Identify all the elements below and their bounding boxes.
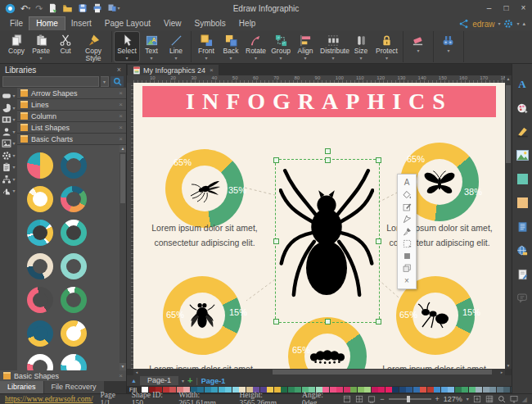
float-close-button[interactable]: × [401,275,413,286]
library-category-gallery-button[interactable]: ▾ [2,115,15,125]
library-grid-scrollbar[interactable]: ▲ ▼ [119,145,126,370]
front-button[interactable]: Front▾ [194,32,219,61]
rotate-button[interactable]: Rotate▾ [243,32,268,61]
selection-handle[interactable] [273,319,279,325]
close-button[interactable]: × [515,1,532,16]
find-button[interactable]: ▾ [436,32,461,54]
chart-shape-thumbnail[interactable] [27,152,53,179]
select-button[interactable]: Select▾ [115,32,139,61]
float-marquee-button[interactable] [401,238,413,249]
add-page-button[interactable]: + [187,376,192,385]
color-swatch[interactable] [448,387,454,393]
chart-shape-thumbnail[interactable] [61,152,87,179]
library-close-icon[interactable]: × [119,135,123,143]
dock-task-button[interactable] [515,267,530,281]
distribute-button[interactable]: Distribute▾ [318,32,349,61]
color-swatch[interactable] [497,387,503,393]
dock-clipart-button[interactable] [515,148,530,162]
chart-shape-thumbnail[interactable] [27,253,53,279]
scroll-right-icon[interactable]: ▸ [498,369,505,375]
save-button[interactable] [76,2,89,15]
chart-shape-thumbnail[interactable] [27,220,53,246]
presentation-view-icon[interactable] [367,395,376,403]
chart-shape-thumbnail[interactable] [27,320,53,347]
back-button[interactable]: Back▾ [219,32,243,61]
collapse-ribbon-icon[interactable]: ▴ [522,21,525,26]
color-swatch[interactable] [483,387,489,393]
scroll-left-icon[interactable]: ◂ [133,369,140,375]
eraser-button[interactable]: ▾ [406,32,431,54]
document-tab-close-icon[interactable]: × [210,66,214,74]
color-swatch[interactable] [378,387,385,393]
scrollbar-thumb[interactable] [120,154,125,203]
canvas-page[interactable]: INFOGRAPHICS [133,83,505,369]
fullscreen-icon[interactable] [510,395,518,403]
search-button[interactable] [110,76,124,87]
text-button[interactable]: AText▾ [139,32,164,61]
selection-handle[interactable] [273,157,279,163]
color-swatch[interactable] [372,387,378,393]
color-swatch[interactable] [406,387,413,393]
document-tab[interactable]: My Infographics 24 × [128,65,219,75]
color-swatch[interactable] [399,387,406,393]
dock-note-button[interactable] [515,220,530,234]
page-tab-dropdown-icon[interactable]: ▾ [182,379,184,384]
chart-shape-thumbnail[interactable] [61,220,87,246]
color-swatch[interactable] [344,387,350,393]
open-file-button[interactable] [61,2,74,15]
color-swatch[interactable] [232,387,239,393]
library-item-lines[interactable]: Lines× [17,99,126,110]
dock-theme-color-button[interactable] [515,101,530,115]
library-item-basic-charts[interactable]: Basic Charts× [17,134,126,144]
zoom-fit-icon[interactable] [498,395,506,403]
zoom-slider[interactable] [389,398,431,400]
menu-tab-page-layout[interactable]: Page Layout [98,17,157,30]
copy-style-button[interactable]: Copy Style [78,32,109,63]
library-category-shapes-button[interactable]: ▾ [2,91,15,101]
float-duplicate-button[interactable] [401,263,413,274]
selection-handle[interactable] [376,319,381,325]
print-button[interactable] [91,2,104,15]
color-swatch[interactable] [441,387,448,393]
resize-grip[interactable]: ◢ [522,396,527,403]
new-file-button[interactable] [46,2,59,15]
color-swatch[interactable] [503,387,510,393]
dock-hyperlink-button[interactable] [515,243,530,257]
menu-tab-insert[interactable]: Insert [65,17,98,30]
float-text-button[interactable]: A [401,177,413,188]
normal-view-icon[interactable] [343,395,351,403]
zoom-dropdown-icon[interactable]: ▾ [467,397,469,402]
chart-shape-thumbnail[interactable] [61,354,87,370]
chart-shape-thumbnail[interactable] [61,287,87,313]
color-swatch[interactable] [455,387,462,393]
caption-text-mosquito[interactable]: Lorem ipsum dolor sit amet, consectetur … [133,220,282,250]
library-search-input[interactable] [2,76,99,87]
maximize-button[interactable]: □ [498,1,515,16]
libraries-close-icon[interactable]: × [117,66,121,74]
float-brush-button[interactable] [401,226,413,237]
sidebar-tab-libraries[interactable]: Libraries [0,381,43,393]
chart-shape-thumbnail[interactable] [61,320,87,347]
chart-shape-thumbnail[interactable] [27,354,53,370]
dock-comment-button[interactable] [515,291,530,305]
color-swatch[interactable] [462,387,468,393]
color-swatch[interactable] [336,387,343,393]
scrollbar-thumb[interactable] [273,370,492,374]
scrollbar-thumb[interactable] [506,85,511,163]
collapse-pagebar-icon[interactable]: ▲ [131,378,137,384]
menu-tab-view[interactable]: View [157,17,188,30]
chart-shape-thumbnail[interactable] [61,186,87,212]
menu-tab-home[interactable]: Home [29,17,65,30]
library-item-list-shapes[interactable]: List Shapes× [17,122,126,133]
chart-shape-thumbnail[interactable] [27,186,53,212]
zoom-out-button[interactable]: − [380,395,384,403]
library-item-arrow-shapes[interactable]: Arrow Shapes× [17,88,126,98]
color-swatch[interactable] [364,387,371,393]
color-swatch[interactable] [392,387,399,393]
color-swatch[interactable] [413,387,420,393]
chart-shape-thumbnail[interactable] [61,253,87,279]
color-swatch[interactable] [434,387,440,393]
zoom-level[interactable]: 127% [444,395,462,403]
scroll-up-icon[interactable]: ▲ [505,75,512,82]
zoom-slider-thumb[interactable] [407,396,410,402]
